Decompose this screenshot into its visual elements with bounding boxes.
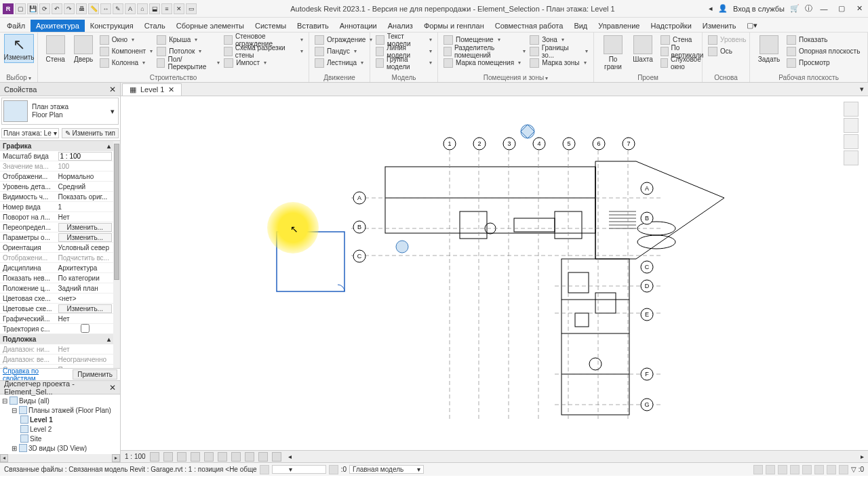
sb-design-icon[interactable] xyxy=(778,465,787,474)
view-tabs-overflow-icon[interactable]: ▾ xyxy=(856,85,868,94)
prop-row[interactable]: Значение ма...100 xyxy=(0,161,113,171)
navbar-zoom-icon[interactable] xyxy=(844,150,859,165)
qat-3d-icon[interactable]: ⌂ xyxy=(137,3,148,14)
login-link[interactable]: Вход в службы xyxy=(733,5,785,13)
view-tab-level1[interactable]: ▦ Level 1 ✕ xyxy=(122,83,182,96)
btn-Лестница[interactable]: Лестница xyxy=(313,57,374,68)
sb-drag-icon[interactable] xyxy=(839,465,848,474)
opening-face-button[interactable]: По грани xyxy=(598,34,628,72)
qat-undo-icon[interactable]: ↶ xyxy=(52,3,62,14)
vc-unhide-icon[interactable] xyxy=(245,452,254,462)
ribbon-tab-5[interactable]: Системы xyxy=(250,20,292,32)
vc-sun-icon[interactable] xyxy=(177,452,186,462)
qat-redo-icon[interactable]: ↷ xyxy=(64,3,75,14)
view-scale[interactable]: 1 : 100 xyxy=(125,453,146,460)
btn-Ограждение[interactable]: Ограждение xyxy=(313,34,374,45)
ribbon-tab-10[interactable]: Совместная работа xyxy=(490,20,569,32)
vc-temp-icon[interactable] xyxy=(258,452,268,462)
ribbon-tab-4[interactable]: Сборные элементы xyxy=(171,20,250,32)
type-dropdown-icon[interactable]: ▾ xyxy=(108,107,117,116)
browser-close-icon[interactable]: ✕ xyxy=(109,383,116,392)
sb-select-pin-icon[interactable] xyxy=(814,465,824,474)
build-Колонна[interactable]: Колонна xyxy=(98,57,154,68)
prop-row[interactable]: Цветовая схе...<нет> xyxy=(0,293,113,304)
minimize-button[interactable]: — xyxy=(818,4,830,14)
qat-measure-icon[interactable]: 📏 xyxy=(88,3,99,14)
btn-Ось[interactable]: Ось xyxy=(707,45,748,57)
btn-Опорная плоскость[interactable]: Опорная плоскость xyxy=(785,45,861,57)
browser-hscroll[interactable]: ◂▸ xyxy=(0,454,120,462)
sb-editreq-icon[interactable] xyxy=(766,465,775,474)
ribbon-tab-8[interactable]: Анализ xyxy=(382,20,418,32)
ribbon-tab-1[interactable]: Архитектура xyxy=(31,20,85,32)
status-combo1[interactable]: ▾ xyxy=(272,465,326,474)
btn-Уровень[interactable]: Уровень xyxy=(707,34,748,45)
qat-section-icon[interactable]: ⬓ xyxy=(149,3,160,14)
build-big-0[interactable]: Стена xyxy=(42,34,68,64)
sb-workset-icon[interactable] xyxy=(753,465,763,474)
tree-node[interactable]: ⊟Виды (all) xyxy=(1,396,119,405)
btn-Границы зо...[interactable]: Границы зо... xyxy=(528,45,589,57)
project-tree[interactable]: ⊟Виды (all)⊟Планы этажей (Floor Plan)Lev… xyxy=(0,394,120,454)
ribbon-tab-7[interactable]: Аннотации xyxy=(334,20,382,32)
tree-node[interactable]: Site xyxy=(1,434,119,443)
build-Крыша[interactable]: Крыша xyxy=(155,34,221,45)
revit-app-icon[interactable]: R xyxy=(3,3,14,14)
tree-node[interactable]: ⊟Планы этажей (Floor Plan) xyxy=(1,405,119,415)
ribbon-tab-2[interactable]: Конструкция xyxy=(85,20,139,32)
opening-shaft-button[interactable]: Шахта xyxy=(628,34,658,72)
vc-reveal-icon[interactable] xyxy=(272,452,281,462)
vc-crop-icon[interactable] xyxy=(218,452,227,462)
ribbon-tab-3[interactable]: Сталь xyxy=(139,20,171,32)
btn-Марка помещения[interactable]: Марка помещения xyxy=(442,57,527,68)
ribbon-tab-overflow[interactable]: ▢▾ xyxy=(741,19,763,32)
qat-text-icon[interactable]: A xyxy=(125,3,136,14)
prop-row[interactable]: ОриентацияУсловный север xyxy=(0,243,113,253)
type-selector[interactable]: План этажа Floor Plan ▾ xyxy=(1,98,119,125)
sb-select-underlay-icon[interactable] xyxy=(802,465,812,474)
build-Пол/Перекрытие[interactable]: Пол/Перекрытие xyxy=(155,57,221,68)
help-icon[interactable]: ⓘ xyxy=(805,3,812,14)
modify-button[interactable]: ↖ Изменить xyxy=(4,34,34,63)
prop-row[interactable]: Уровень дета...Средний xyxy=(0,182,113,192)
qat-tag-icon[interactable]: ✎ xyxy=(113,3,123,14)
vc-cropvis-icon[interactable] xyxy=(231,452,241,462)
qat-save-icon[interactable]: 💾 xyxy=(27,3,38,14)
navbar-wheel-icon[interactable] xyxy=(844,118,859,133)
prop-row[interactable]: Видимость ч...Показать ориг... xyxy=(0,192,113,202)
prop-section[interactable]: Подложка▴ xyxy=(0,334,113,344)
instance-filter-combo[interactable]: План этажа: Le ▾ xyxy=(1,128,59,138)
vc-visual-icon[interactable] xyxy=(163,452,173,462)
prop-row[interactable]: Диапазон: ве...Неограниченно xyxy=(0,354,113,365)
ribbon-tab-6[interactable]: Вставить xyxy=(292,20,334,32)
prop-row[interactable]: Масштаб вида xyxy=(0,151,113,161)
build-Окно[interactable]: Окно xyxy=(98,34,154,45)
navbar-home-icon[interactable] xyxy=(844,102,859,117)
prop-row[interactable]: Отображени...Нормально xyxy=(0,171,113,182)
maximize-button[interactable]: ▢ xyxy=(835,4,848,14)
nav-back-icon[interactable]: ◂ xyxy=(709,4,713,13)
build-Компонент[interactable]: Компонент xyxy=(98,45,154,57)
build-Импост[interactable]: Импост xyxy=(222,57,304,68)
group-select-title[interactable]: Выбор xyxy=(0,74,37,81)
prop-row[interactable]: Графический...Нет xyxy=(0,314,113,324)
btn-Просмотр[interactable]: Просмотр xyxy=(785,57,861,68)
status-model-combo[interactable]: Главная модель▾ xyxy=(349,465,424,474)
tree-node[interactable]: ⊞3D виды (3D View) xyxy=(1,443,119,453)
ribbon-tab-12[interactable]: Управление xyxy=(593,20,645,32)
ribbon-tab-13[interactable]: Надстройки xyxy=(645,20,696,32)
status-link-icon[interactable] xyxy=(260,465,269,474)
qat-dim-icon[interactable]: ↔ xyxy=(100,3,111,14)
apply-button[interactable]: Применить xyxy=(73,369,117,380)
qat-open-icon[interactable]: ▢ xyxy=(15,3,26,14)
btn-Показать[interactable]: Показать xyxy=(785,34,861,45)
prop-row[interactable]: Поворот на л...Нет xyxy=(0,212,113,222)
prop-row[interactable]: Цветовые схе...Изменить... xyxy=(0,304,113,314)
qat-close-icon[interactable]: ✕ xyxy=(174,3,184,14)
prop-row[interactable]: Траектория с... xyxy=(0,324,113,334)
btn-Группа модели[interactable]: Группа модели xyxy=(374,57,433,68)
navbar-pan-icon[interactable] xyxy=(844,134,859,149)
prop-row[interactable]: ДисциплинаАрхитектура xyxy=(0,263,113,273)
ribbon-tab-0[interactable]: Файл xyxy=(1,20,31,32)
vc-shadow-icon[interactable] xyxy=(191,452,200,462)
